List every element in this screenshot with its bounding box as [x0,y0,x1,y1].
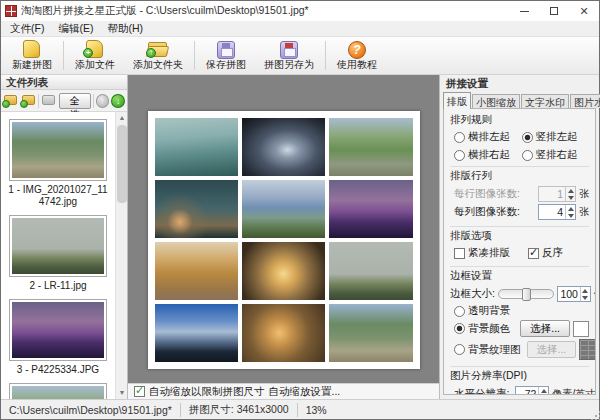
toolbar-separator [93,94,94,108]
autoscale-settings-link[interactable]: 自动缩放设置... [269,385,341,399]
new-collage-button[interactable]: 新建拼图 [3,38,61,73]
move-down-button[interactable]: ↓ [111,94,125,108]
per-col-spinner[interactable]: 4 [538,204,576,220]
thumbnail-image-bridge-night [12,302,104,358]
thumbnail-image-archway [12,122,104,178]
compact-checkbox[interactable]: 紧凑排版 [454,246,510,260]
border-size-label: 边框大小: [450,287,495,301]
new-collage-icon [20,39,44,57]
thumbnail-image-field-tower [12,218,104,274]
transparent-bg-radio[interactable]: 透明背景 [454,304,510,318]
add-folder-small-button[interactable] [21,93,37,108]
resize-grip[interactable] [595,415,597,417]
menu-file[interactable]: 文件(F) [3,22,51,36]
reverse-checkbox[interactable]: 反序 [528,246,563,260]
file-list-scrollbar[interactable]: ▲ ▼ [115,112,127,399]
per-row-spinner[interactable]: 1 [538,186,576,202]
horizontal-dpi-label: 水平分辨率: [454,387,509,395]
add-file-button[interactable]: + 添加文件 [66,38,124,73]
checkbox-icon [454,248,465,259]
menu-help[interactable]: 帮助(H) [100,22,150,36]
dpi-group: 图片分辨率(DPI) 水平分辨率: 72 像素/英寸 垂直分辨率: [450,366,589,395]
unit-label: 张 [579,205,589,219]
status-file-path: C:\Users\cuilm\Desktop\91501.jpg* [1,400,180,419]
maximize-button[interactable] [539,1,569,21]
autoscale-label: 自动缩放以限制拼图尺寸 [149,385,265,399]
unit-label: 张 [579,187,589,201]
radio-horizontal-left[interactable]: 横排左起 [454,130,522,144]
minimize-icon [520,11,529,12]
tab-thumb-scale[interactable]: 小图缩放 [472,94,520,108]
radio-icon [454,132,465,143]
collage-cell-sky-lake [155,304,238,362]
save-as-button[interactable]: 拼图另存为 [255,38,323,73]
radio-vertical-right[interactable]: 竖排右起 [522,148,590,162]
help-icon: ? [345,39,369,57]
spinner-arrows-icon[interactable] [565,205,575,219]
spinner-arrows-icon[interactable] [565,187,575,201]
autoscale-checkbox[interactable] [134,386,145,397]
texture-swatch[interactable] [579,339,596,360]
file-list: 1 - IMG_20201027_114742.jpg 2 - LR-11.jp… [1,112,127,399]
choose-color-button[interactable]: 选择... [520,320,570,337]
autoscale-row: 自动缩放以限制拼图尺寸 自动缩放设置... [128,383,439,399]
tab-image-watermark[interactable]: 图片水印 [570,94,600,108]
close-icon: ✕ [579,6,588,17]
menubar: 文件(F) 编辑(E) 帮助(H) [1,21,599,37]
color-swatch[interactable] [573,321,589,337]
radio-vertical-left[interactable]: 竖排左起 [522,130,590,144]
checkbox-checked-icon [528,248,539,259]
window-title: 淘淘图片拼接之星正式版 - C:\Users\cuilm\Desktop\915… [21,4,509,18]
collage-preview-area[interactable] [128,75,439,383]
add-folder-icon: ↑ [146,39,170,57]
save-collage-button[interactable]: 保存拼图 [197,38,255,73]
scroll-up-icon[interactable]: ▲ [116,112,127,124]
maximize-icon [550,7,558,15]
radio-selected-icon [522,132,533,143]
collage-cell-street [155,118,238,176]
group-title: 排版行列 [450,169,589,183]
border-size-slider[interactable] [498,289,554,299]
settings-pane: 排列规则 横排左起 竖排左起 横排右起 竖排右起 排版行列 每行图像张数: [443,108,596,395]
scrollbar-thumb[interactable] [117,125,127,203]
choose-texture-button[interactable]: 选择... [527,341,577,358]
titlebar: 淘淘图片拼接之星正式版 - C:\Users\cuilm\Desktop\915… [1,1,599,21]
select-all-button[interactable]: 全选 [59,93,91,109]
toolbar-separator [63,41,64,70]
list-item[interactable]: 2 - LR-11.jpg [7,215,109,292]
border-settings-group: 边框设置 边框大小: 100 像素 透明背景 背景颜色 [450,266,589,366]
minimize-button[interactable] [509,1,539,21]
bg-texture-radio[interactable]: 背景纹理图 [454,343,521,357]
list-item[interactable] [7,383,109,399]
close-button[interactable]: ✕ [569,1,599,21]
spinner-arrows-icon[interactable] [538,387,548,395]
tab-text-watermark[interactable]: 文字水印 [521,94,569,108]
tab-layout[interactable]: 排版 [443,92,471,109]
remove-file-button[interactable] [41,93,57,108]
slider-thumb[interactable] [522,288,531,301]
unit-label: 像素 [594,287,596,301]
add-file-small-button[interactable] [3,93,19,108]
radio-icon [454,344,465,355]
add-folder-button[interactable]: ↑ 添加文件夹 [124,38,192,73]
horizontal-dpi-spinner[interactable]: 72 [515,386,549,395]
menu-edit[interactable]: 编辑(E) [51,22,100,36]
scroll-down-icon[interactable]: ▼ [116,387,127,399]
spinner-arrows-icon[interactable] [580,287,590,301]
border-size-spinner[interactable]: 100 [557,286,591,302]
tutorial-button[interactable]: ? 使用教程 [328,38,386,73]
per-col-label: 每列图像张数: [454,205,520,219]
unit-label: 像素/英寸 [552,387,595,395]
list-item[interactable]: 1 - IMG_20201027_114742.jpg [7,119,109,208]
list-item[interactable]: 3 - P4225334.JPG [7,299,109,376]
bg-color-radio[interactable]: 背景颜色 [454,322,510,336]
arrange-rule-group: 排列规则 横排左起 竖排左起 横排右起 竖排右起 [450,111,589,166]
toolbar-separator [325,41,326,70]
per-row-label: 每行图像张数: [454,187,520,201]
collage-cell-lake-mountains [242,180,325,238]
statusbar: C:\Users\cuilm\Desktop\91501.jpg* 拼图尺寸: … [1,399,599,419]
radio-horizontal-right[interactable]: 横排右起 [454,148,522,162]
toolbar: 新建拼图 + 添加文件 ↑ 添加文件夹 保存拼图 拼图另存为 ? 使用教程 [1,37,599,75]
thumbnail-caption: 3 - P4225334.JPG [7,364,109,376]
move-up-button[interactable]: ↑ [96,94,110,108]
